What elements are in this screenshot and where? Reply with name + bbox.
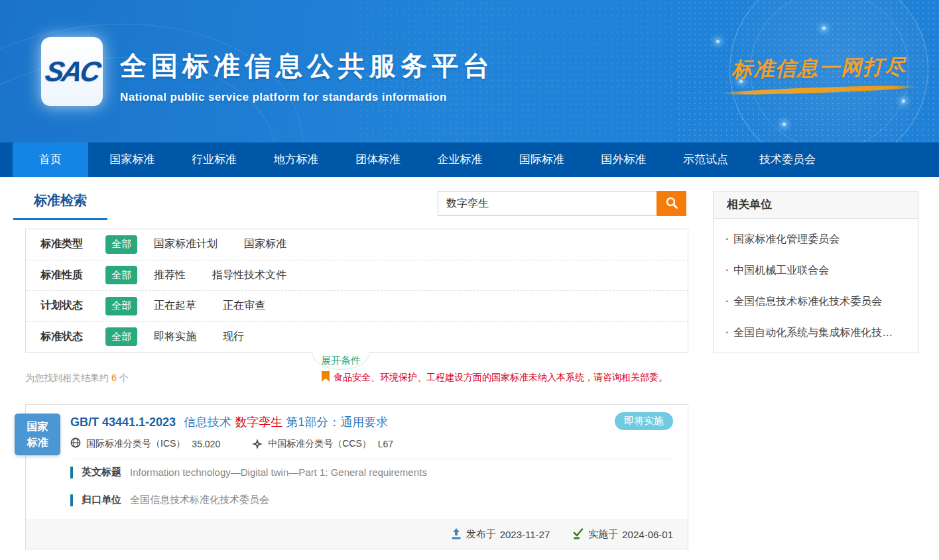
- filter-label: 标准性质: [40, 268, 97, 282]
- site-subtitle: National public service platform for sta…: [120, 91, 494, 104]
- standard-code: GB/T 43441.1-2023: [70, 416, 176, 429]
- card-footer: 发布于 2023-11-27 实施于 2024-06-01: [26, 520, 688, 549]
- national-standard-badge: 国家 标准: [15, 414, 60, 455]
- detail-value: Information technology—Digital twin—Part…: [130, 467, 427, 478]
- committee-row: 归口单位 全国信息技术标准化技术委员会: [70, 494, 269, 506]
- sidebar-item-label: 国家标准化管理委员会: [733, 233, 840, 245]
- card-divider: [70, 459, 673, 459]
- detail-bar: [70, 467, 73, 478]
- filter-option[interactable]: 现行: [223, 330, 244, 344]
- detail-label: 英文标题: [82, 466, 121, 478]
- sidebar-item-label: 中国机械工业联合会: [733, 264, 829, 276]
- nav-tab-international-standards[interactable]: 国际标准: [504, 142, 580, 177]
- filter-all-button[interactable]: 全部: [105, 327, 137, 346]
- english-title-row: 英文标题 Information technology—Digital twin…: [70, 466, 427, 478]
- ccs-label: 中国标准分类号（CCS）: [268, 438, 371, 450]
- detail-value: 全国信息技术标准化技术委员会: [130, 494, 269, 506]
- standard-title-link[interactable]: GB/T 43441.1-2023信息技术 数字孪生 第1部分：通用要求: [70, 414, 388, 430]
- badge-line2: 标准: [15, 435, 60, 451]
- detail-bar: [70, 494, 73, 506]
- bullet: ·: [725, 233, 729, 245]
- nav-tab-group-standards[interactable]: 团体标准: [340, 142, 416, 177]
- globe-icon: [70, 437, 86, 450]
- filter-all-button[interactable]: 全部: [105, 297, 137, 315]
- search-input[interactable]: [438, 191, 657, 216]
- filter-row-standard-type: 标准类型 全部 国家标准计划 国家标准: [26, 229, 688, 260]
- result-count: 为您找到相关结果约6个: [25, 372, 129, 384]
- site-title: 全国标准信息公共服务平台: [120, 48, 494, 84]
- filter-label: 标准状态: [40, 330, 97, 344]
- ics-value: 35.020: [192, 439, 220, 449]
- bullet: ·: [725, 264, 729, 276]
- sidebar-item-automation-committee[interactable]: ·全国自动化系统与集成标准化技…: [714, 317, 918, 349]
- site-header: SAC 全国标准信息公共服务平台 National public service…: [0, 0, 939, 142]
- search-icon: [665, 196, 678, 211]
- filter-label: 标准类型: [40, 237, 97, 251]
- nav-tab-technical-committee[interactable]: 技术委员会: [750, 142, 826, 177]
- published-label: 发布于: [466, 528, 496, 541]
- nav-tab-national-standards[interactable]: 国家标准: [95, 142, 170, 177]
- glow-dot: [782, 123, 786, 126]
- filter-panel: 标准类型 全部 国家标准计划 国家标准 标准性质 全部 推荐性 指导性技术文件 …: [25, 229, 688, 353]
- card-meta-row: 国际标准分类号（ICS） 35.020 中国标准分类号（CCS） L67: [70, 437, 393, 450]
- detail-label: 归口单位: [82, 494, 121, 506]
- main-nav: 首页 国家标准 行业标准 地方标准 团体标准 企业标准 国际标准 国外标准 示范…: [0, 142, 939, 177]
- filter-label: 计划状态: [40, 299, 97, 313]
- sac-logo-text: SAC: [42, 56, 101, 87]
- standard-result-card: 国家 标准 GB/T 43441.1-2023信息技术 数字孪生 第1部分：通用…: [25, 404, 688, 549]
- bookmark-icon: [322, 371, 330, 384]
- search-button[interactable]: [657, 191, 686, 216]
- filter-row-standard-status: 标准状态 全部 即将实施 现行: [26, 322, 688, 353]
- published-date: 发布于 2023-11-27: [451, 528, 550, 541]
- nav-tab-local-standards[interactable]: 地方标准: [259, 142, 334, 177]
- nav-tab-pilot[interactable]: 示范试点: [668, 142, 743, 177]
- title-block: 全国标准信息公共服务平台 National public service pla…: [120, 48, 494, 104]
- status-badge: 即将实施: [615, 412, 673, 430]
- tab-standard-search[interactable]: 标准检索: [13, 192, 107, 220]
- implemented-value: 2024-06-01: [622, 529, 673, 540]
- filter-all-button[interactable]: 全部: [105, 266, 137, 284]
- result-count-prefix: 为您找到相关结果约: [25, 372, 109, 383]
- filter-option[interactable]: 正在起草: [154, 299, 196, 313]
- nav-tab-enterprise-standards[interactable]: 企业标准: [422, 142, 498, 177]
- filter-option[interactable]: 国家标准: [244, 237, 286, 251]
- slogan-text: 标准信息一网打尽: [720, 52, 919, 84]
- nav-tab-home[interactable]: 首页: [13, 142, 88, 177]
- search-bar: [438, 191, 686, 216]
- expand-conditions-button[interactable]: 展开条件: [312, 352, 370, 370]
- glow-dot: [822, 27, 826, 30]
- filter-option[interactable]: 即将实施: [154, 330, 196, 344]
- nav-tab-foreign-standards[interactable]: 国外标准: [586, 142, 662, 177]
- compass-icon: [252, 439, 268, 449]
- badge-line1: 国家: [15, 419, 60, 435]
- implemented-label: 实施于: [588, 528, 618, 541]
- glow-dot: [716, 40, 720, 43]
- check-icon: [572, 528, 588, 541]
- sidebar-item-sac[interactable]: ·国家标准化管理委员会: [714, 224, 918, 255]
- sac-logo[interactable]: SAC: [41, 37, 103, 106]
- bullet: ·: [725, 327, 729, 338]
- ccs-value: L67: [378, 439, 393, 449]
- filter-option[interactable]: 推荐性: [154, 268, 186, 282]
- filter-row-plan-status: 计划状态 全部 正在起草 正在审查: [26, 291, 688, 322]
- upload-icon: [451, 528, 466, 541]
- standard-title-part1: 信息技术: [184, 416, 231, 429]
- sidebar-item-label: 全国信息技术标准化技术委员会: [733, 296, 882, 307]
- notice-text: 食品安全、环境保护、工程建设方面的国家标准未纳入本系统，请咨询相关部委。: [334, 372, 668, 384]
- filter-option[interactable]: 指导性技术文件: [212, 268, 286, 282]
- result-count-number: 6: [109, 372, 119, 383]
- published-value: 2023-11-27: [500, 529, 550, 540]
- nav-tab-industry-standards[interactable]: 行业标准: [176, 142, 252, 177]
- related-units-panel: 相关单位 ·国家标准化管理委员会 ·中国机械工业联合会 ·全国信息技术标准化技术…: [713, 191, 918, 353]
- filter-all-button[interactable]: 全部: [105, 235, 137, 254]
- sidebar-item-machinery-federation[interactable]: ·中国机械工业联合会: [714, 255, 918, 286]
- related-units-title: 相关单位: [714, 192, 918, 219]
- filter-row-standard-nature: 标准性质 全部 推荐性 指导性技术文件: [26, 260, 688, 292]
- system-notice: 食品安全、环境保护、工程建设方面的国家标准未纳入本系统，请咨询相关部委。: [322, 371, 668, 384]
- sidebar-item-it-standardization-committee[interactable]: ·全国信息技术标准化技术委员会: [714, 286, 918, 317]
- result-count-suffix: 个: [119, 372, 129, 383]
- bullet: ·: [725, 296, 729, 307]
- filter-option[interactable]: 正在审查: [223, 299, 265, 313]
- filter-option[interactable]: 国家标准计划: [154, 237, 218, 251]
- standard-title-highlight: 数字孪生: [235, 416, 282, 429]
